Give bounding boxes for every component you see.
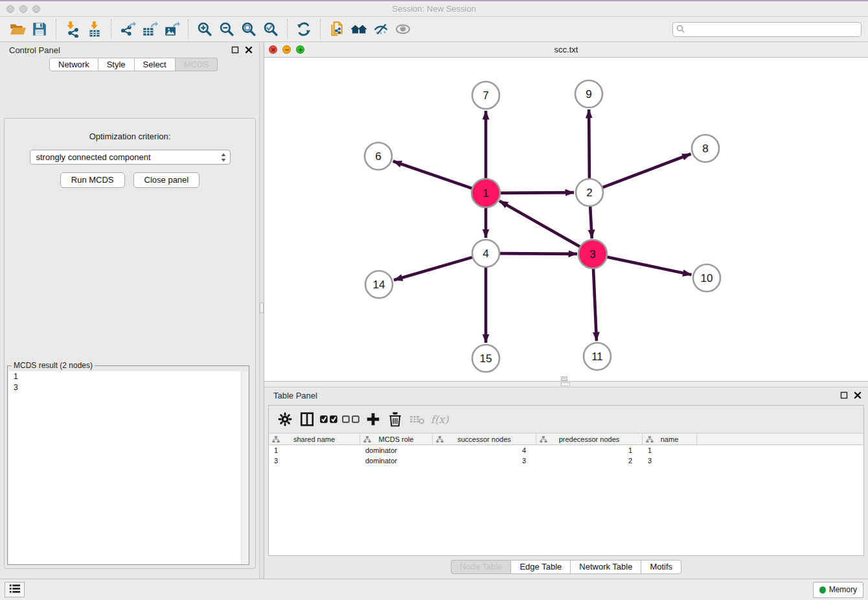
- tab-edge-table[interactable]: Edge Table: [511, 560, 571, 574]
- mcds-result-list[interactable]: 13: [8, 371, 248, 564]
- select-all-icon: [319, 411, 339, 427]
- zoom-fit-icon: [240, 21, 257, 38]
- edge-3-11[interactable]: [593, 268, 597, 341]
- vertical-splitter-handle[interactable]: [260, 303, 264, 313]
- network-overview-button[interactable]: [326, 19, 348, 40]
- tab-select[interactable]: Select: [135, 58, 176, 71]
- table-row[interactable]: 1dominator411: [269, 445, 863, 456]
- horizontal-splitter[interactable]: [264, 382, 868, 387]
- column-tree-icon: [436, 435, 444, 443]
- edge-2-9[interactable]: [589, 110, 589, 178]
- network-canvas[interactable]: 1234678910111415: [264, 58, 868, 381]
- column-header-MCDS-role[interactable]: MCDS role: [360, 433, 433, 444]
- refresh-layout-button[interactable]: [293, 19, 315, 40]
- tab-node-table[interactable]: Node Table: [451, 560, 512, 574]
- delete-columns-button[interactable]: [385, 410, 405, 429]
- edge-1-2[interactable]: [500, 192, 574, 193]
- column-header-predecessor-nodes[interactable]: predecessor nodes: [536, 433, 643, 444]
- cell-MCDS-role[interactable]: dominator: [360, 456, 433, 466]
- tab-style[interactable]: Style: [98, 58, 135, 71]
- cell-successor-nodes[interactable]: 4: [433, 445, 536, 456]
- open-session-button[interactable]: [6, 19, 29, 40]
- show-details-button: [392, 19, 414, 40]
- export-table-icon: [141, 21, 158, 38]
- close-table-icon[interactable]: [853, 391, 862, 400]
- close-panel-button[interactable]: Close panel: [133, 172, 200, 188]
- task-history-button[interactable]: [5, 582, 25, 597]
- import-table-icon: [86, 21, 103, 38]
- edge-3-1[interactable]: [499, 201, 580, 247]
- zoom-in-button[interactable]: [194, 19, 216, 40]
- column-header-shared-name[interactable]: shared name: [269, 433, 360, 444]
- run-mcds-button[interactable]: Run MCDS: [60, 172, 125, 188]
- float-table-icon[interactable]: [839, 391, 848, 400]
- column-label: predecessor nodes: [559, 435, 620, 443]
- memory-button[interactable]: Memory: [813, 582, 863, 598]
- column-label: successor nodes: [457, 435, 511, 443]
- zoom-fit-button[interactable]: [238, 19, 260, 40]
- edge-4-14[interactable]: [394, 257, 472, 280]
- edge-2-8[interactable]: [603, 154, 691, 188]
- cell-predecessor-nodes[interactable]: 2: [536, 456, 643, 466]
- memory-status-icon: [819, 586, 826, 594]
- tab-motifs[interactable]: Motifs: [641, 560, 681, 574]
- optimization-criterion-label: Optimization criterion:: [5, 132, 255, 141]
- cell-predecessor-nodes[interactable]: 1: [536, 445, 643, 456]
- cell-name[interactable]: 1: [643, 445, 697, 456]
- export-network-button[interactable]: [117, 19, 139, 40]
- create-column-button[interactable]: [363, 410, 383, 429]
- table-row[interactable]: 3dominator323: [269, 456, 863, 466]
- edge-2-3[interactable]: [590, 207, 592, 238]
- network-window-titlebar: scc.txt: [264, 42, 868, 58]
- import-network-button[interactable]: [62, 19, 84, 40]
- table-settings-button[interactable]: [275, 410, 295, 429]
- cell-name[interactable]: 3: [643, 456, 697, 466]
- export-table-button[interactable]: [139, 19, 161, 40]
- fx-icon: f(x): [429, 411, 449, 427]
- zoom-selected-icon: [262, 21, 279, 38]
- zoom-out-button[interactable]: [216, 19, 238, 40]
- cell-successor-nodes[interactable]: 3: [433, 456, 536, 466]
- tab-mcds[interactable]: MCDS: [176, 58, 218, 71]
- cell-shared-name[interactable]: 1: [269, 445, 360, 456]
- column-header-successor-nodes[interactable]: successor nodes: [433, 433, 536, 444]
- criterion-select[interactable]: strongly connected component: [30, 150, 231, 165]
- table-rows: 1dominator4113dominator323: [269, 445, 863, 466]
- node-label-10: 10: [701, 272, 713, 284]
- column-header-name[interactable]: name: [643, 433, 697, 444]
- export-image-button[interactable]: [161, 19, 183, 40]
- cell-MCDS-role[interactable]: dominator: [360, 445, 433, 456]
- home-layout-button[interactable]: [348, 19, 370, 40]
- search-input[interactable]: [672, 22, 862, 37]
- deselect-all-columns-button[interactable]: [341, 410, 361, 429]
- cell-shared-name[interactable]: 3: [269, 456, 360, 466]
- tab-network-table[interactable]: Network Table: [571, 560, 641, 574]
- float-panel-icon[interactable]: [231, 46, 239, 54]
- vertical-splitter[interactable]: [259, 42, 264, 579]
- edge-4-3[interactable]: [500, 253, 577, 254]
- hide-details-button[interactable]: [370, 19, 392, 40]
- table-toolbar: f(x): [269, 406, 863, 433]
- zoom-selected-button[interactable]: [260, 19, 282, 40]
- horizontal-splitter-handle[interactable]: [561, 382, 570, 386]
- show-columns-button[interactable]: [297, 410, 317, 429]
- node-label-2: 2: [586, 187, 592, 199]
- edge-1-6[interactable]: [393, 161, 472, 189]
- table-panel-header: Table Panel: [264, 387, 868, 403]
- select-all-columns-button[interactable]: [319, 410, 339, 429]
- toolbar-buttons: [6, 19, 414, 40]
- save-session-button[interactable]: [29, 19, 51, 40]
- node-label-3: 3: [589, 248, 595, 260]
- close-panel-icon[interactable]: [244, 46, 253, 54]
- column-tree-icon: [363, 435, 371, 443]
- canvas-scroll-handle[interactable]: [561, 376, 567, 381]
- edge-3-10[interactable]: [607, 257, 692, 275]
- tab-network[interactable]: Network: [49, 58, 98, 71]
- result-scrollbar[interactable]: [241, 371, 248, 564]
- node-label-6: 6: [375, 150, 381, 163]
- gear-icon: [277, 411, 293, 427]
- function-builder-button: f(x): [429, 410, 449, 429]
- import-table-button[interactable]: [84, 19, 106, 40]
- node-label-15: 15: [480, 352, 492, 365]
- control-panel-title: Control Panel: [6, 45, 60, 55]
